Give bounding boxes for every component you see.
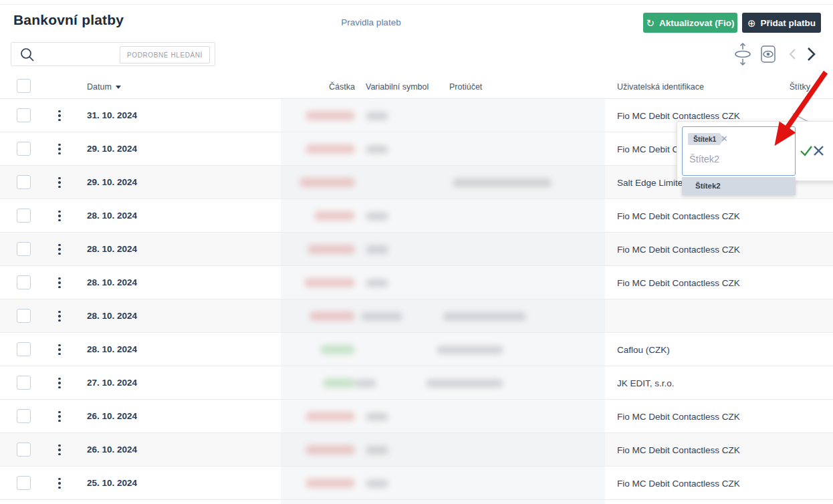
confirm-tags-icon[interactable] [801,146,812,155]
cancel-tags-icon[interactable] [814,146,823,155]
